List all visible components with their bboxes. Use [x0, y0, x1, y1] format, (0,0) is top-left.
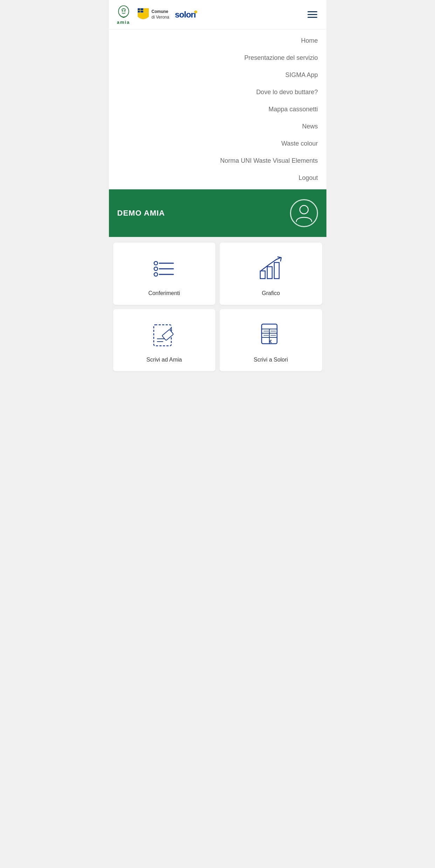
solori-text: solori	[175, 10, 195, 19]
scrivi-amia-label: Scrivi ad Amia	[146, 357, 182, 363]
scrivi-solori-icon: €	[255, 320, 286, 351]
svg-rect-18	[274, 262, 279, 279]
nav-item-dove-buttare[interactable]: Dove lo devo buttare?	[109, 84, 326, 101]
comune-logo[interactable]: Comune di Verona	[137, 8, 170, 22]
svg-point-2	[124, 10, 125, 12]
nav-item-logout[interactable]: Logout	[109, 169, 326, 187]
conferimenti-icon	[149, 253, 180, 285]
amia-logo[interactable]: amia	[116, 4, 131, 25]
navigation-menu: Home Presentazione del servizio SIGMA Ap…	[109, 29, 326, 189]
demo-banner: DEMO AMIA	[109, 189, 326, 237]
amia-text: amia	[117, 20, 130, 25]
card-scrivi-amia[interactable]: Scrivi ad Amia	[113, 309, 216, 371]
grafico-icon	[255, 253, 286, 285]
user-avatar-icon	[290, 199, 318, 227]
nav-item-presentazione[interactable]: Presentazione del servizio	[109, 49, 326, 66]
solori-dot	[194, 10, 197, 13]
svg-rect-4	[143, 8, 149, 12]
svg-point-14	[154, 273, 158, 276]
logos-group: amia Comune di Verona solori	[116, 4, 196, 25]
svg-point-9	[300, 205, 308, 214]
svg-text:€: €	[270, 339, 272, 344]
nav-item-norma-uni[interactable]: Norma UNI Waste Visual Elements	[109, 152, 326, 169]
scrivi-solori-label: Scrivi a Solori	[254, 357, 288, 363]
card-grafico[interactable]: Grafico	[220, 243, 322, 305]
svg-point-1	[122, 10, 123, 12]
svg-rect-17	[267, 267, 272, 279]
nav-item-news[interactable]: News	[109, 118, 326, 135]
grafico-label: Grafico	[262, 290, 280, 296]
card-conferimenti[interactable]: Conferimenti	[113, 243, 216, 305]
svg-point-12	[154, 267, 158, 271]
svg-rect-16	[260, 271, 265, 279]
page-header: amia Comune di Verona solori	[109, 0, 326, 29]
nav-item-waste-colour[interactable]: Waste colour	[109, 135, 326, 152]
conferimenti-label: Conferimenti	[148, 290, 180, 296]
nav-item-mappa-cassonetti[interactable]: Mappa cassonetti	[109, 101, 326, 118]
nav-item-sigma-app[interactable]: SIGMA App	[109, 66, 326, 84]
amia-logo-icon	[116, 4, 131, 20]
demo-title: DEMO AMIA	[117, 209, 165, 218]
nav-item-home[interactable]: Home	[109, 32, 326, 49]
solori-logo[interactable]: solori	[175, 10, 195, 20]
svg-rect-7	[138, 12, 149, 16]
comune-shield-icon	[137, 8, 150, 22]
hamburger-icon	[308, 11, 317, 18]
svg-point-10	[154, 261, 158, 265]
scrivi-amia-icon	[149, 320, 180, 351]
card-scrivi-solori[interactable]: € Scrivi a Solori	[220, 309, 322, 371]
cards-grid: Conferimenti Grafico	[109, 237, 326, 377]
hamburger-button[interactable]	[305, 9, 319, 20]
comune-text: Comune di Verona	[152, 9, 170, 20]
